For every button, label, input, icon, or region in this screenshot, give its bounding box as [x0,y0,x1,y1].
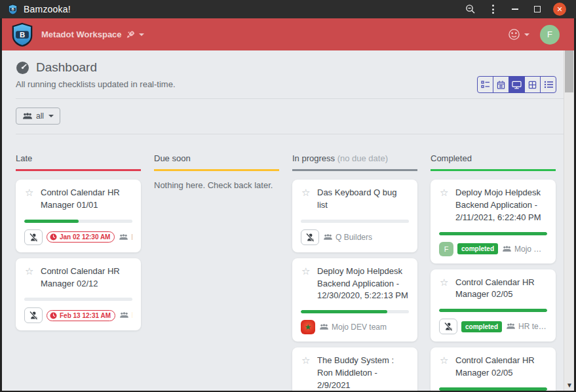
close-button[interactable]: ✕ [548,0,571,18]
team-label: HR temporary [119,233,132,242]
column-title-suffix: (no due date) [335,153,388,163]
caret-down-icon [524,33,529,36]
users-icon [502,246,512,252]
card-title: ☆Control Calendar HR Manager 02/05 [439,355,547,380]
assign-user-button[interactable] [24,229,43,245]
progress-bar [301,310,409,313]
emoji-menu[interactable] [508,28,529,41]
team-filter-button[interactable]: all [16,108,60,125]
divider [16,134,564,134]
card-footer: Jan 02 12:30 AMHR temporary [24,229,132,245]
checklist-card[interactable]: ☆Deploy Mojo Helpdesk Backend Applicatio… [431,180,556,264]
content: Dashboard All running checklists updated… [2,50,564,391]
person-slash-icon [305,233,315,242]
star-icon[interactable]: ☆ [440,353,448,368]
checklist-card[interactable]: ☆Das Keyboard Q bug listQ Builders [292,180,417,252]
assign-user-button[interactable] [439,319,457,334]
star-icon[interactable]: ☆ [440,275,448,290]
card-title: ☆Das Keyboard Q bug list [301,187,409,212]
progress-bar [439,387,547,391]
overflow-menu-icon[interactable] [482,0,504,18]
assignee-avatar[interactable]: F [439,242,453,256]
column-in-progress: In progress (no due date)☆Das Keyboard Q… [292,153,417,391]
checklist-card[interactable]: ☆Control Calendar HR Manager 02/05comple… [431,269,556,342]
checklist-card[interactable]: ☆Deploy Mojo Helpdesk Backend Applicatio… [292,258,417,342]
card-list: ☆Das Keyboard Q bug listQ Builders☆Deplo… [292,180,417,391]
progress-fill [24,220,79,223]
view-toggle-list-view[interactable] [540,76,556,93]
calendar-icon [497,81,505,89]
titlebar: B Bamzooka! ✕ [0,0,576,18]
maximize-button[interactable] [526,0,548,18]
checklist-card[interactable]: ☆Control Calendar HR Manager 02/05comple… [431,347,556,391]
checklist-card[interactable]: ☆Control Calendar HR Manager 01/01Jan 02… [16,180,141,252]
team-label: Mojo DEV team [502,245,547,254]
star-icon[interactable]: ☆ [301,264,310,279]
star-icon[interactable]: ☆ [440,186,448,200]
person-slash-icon [29,311,39,320]
empty-column-message: Nothing here. Check back later. [154,180,279,190]
user-avatar[interactable]: F [540,25,560,45]
progress-bar [301,220,409,223]
minimize-button[interactable] [504,0,526,18]
due-date-pill[interactable]: Jan 02 12:30 AM [47,231,115,243]
column-header-in-progress: In progress (no due date) [292,153,417,171]
view-toggle-calendar-view[interactable] [493,76,509,93]
star-icon[interactable]: ☆ [301,353,310,368]
workspace-header: B Metadot Workspace F [2,18,574,50]
star-icon[interactable]: ☆ [301,186,310,200]
progress-bar [24,298,132,301]
view-toggle-table-view[interactable] [524,76,541,93]
view-toggle-checklist-view[interactable] [477,76,493,93]
column-title: Late [16,153,32,163]
column-title: In progress [292,153,335,163]
due-date-text: Feb 13 12:31 AM [60,312,111,319]
team-label: HR temporary [506,322,547,331]
star-icon[interactable]: ☆ [25,186,33,200]
board: Late☆Control Calendar HR Manager 01/01Ja… [16,153,564,391]
view-toggle-desktop-view[interactable] [509,76,525,93]
column-title: Due soon [154,153,191,163]
scrollbar-thumb[interactable] [565,50,573,92]
card-footer: Q Builders [301,229,409,245]
team-label: Q Builders [323,233,409,242]
progress-fill [439,309,547,312]
checklist-icon [481,81,490,88]
card-footer: FcompletedMojo DEV team [439,242,547,256]
team-name: Mojo DEV team [514,245,547,254]
assign-user-button[interactable] [24,307,43,323]
column-completed: Completed☆Deploy Mojo Helpdesk Backend A… [431,153,556,391]
team-label: Mojo DEV team [319,323,409,332]
column-header-late: Late [16,153,141,171]
column-header-completed: Completed [431,153,556,171]
list-icon [544,81,553,88]
view-toggle-group [477,76,556,93]
page-title: Dashboard [36,60,97,75]
zoom-icon[interactable] [459,0,482,18]
star-icon[interactable]: ☆ [25,264,33,279]
team-name: Q Builders [336,233,372,242]
app-frame: B Metadot Workspace F Dashboard [2,18,574,391]
progress-fill [439,232,547,235]
assign-user-button[interactable] [301,229,319,245]
checklist-card[interactable]: ☆Control Calendar HR Manager 02/12Feb 13… [16,258,141,331]
due-date-pill[interactable]: Feb 13 12:31 AM [47,310,115,321]
logo-shield-icon[interactable]: B [11,22,33,47]
status-badge: completed [457,243,498,254]
caret-down-icon[interactable] [139,33,144,36]
close-icon: ✕ [553,3,566,16]
svg-text:B: B [20,30,25,38]
progress-bar [439,309,547,312]
emoji-icon [508,28,520,41]
assignee-avatar[interactable]: ★ [301,320,315,334]
users-icon [119,234,128,241]
scroll-down-arrow-icon[interactable]: ▼ [564,382,575,389]
team-name: HR temporary [518,322,547,331]
vertical-scrollbar[interactable]: ▼ [564,50,574,391]
card-list: ☆Control Calendar HR Manager 01/01Jan 02… [16,180,141,330]
person-slash-icon [29,233,39,242]
workspace-name[interactable]: Metadot Workspace [41,29,122,39]
checklist-card[interactable]: ☆The Buddy System : Ron Middleton - 2/9/… [292,347,417,391]
desktop-icon [512,81,522,89]
dashboard-gauge-icon [16,61,29,75]
